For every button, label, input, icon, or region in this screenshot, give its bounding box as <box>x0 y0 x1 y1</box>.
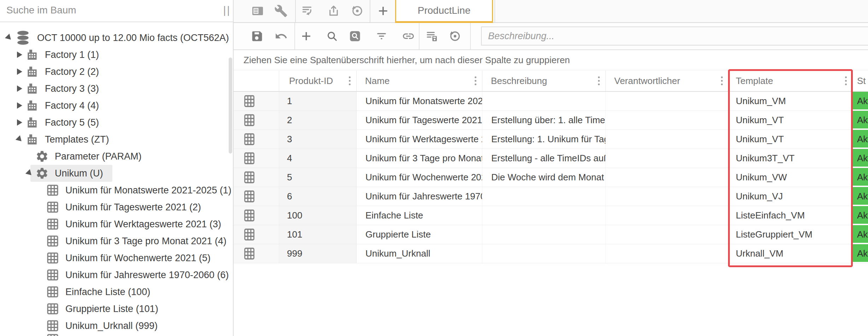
column-header[interactable]: Beschreibung <box>482 71 606 91</box>
cell-status[interactable]: Akt <box>853 149 868 168</box>
tree-item[interactable]: Templates (ZT) <box>0 131 233 148</box>
cell-template[interactable]: ListeEinfach_VM <box>729 206 853 225</box>
column-chooser-icon[interactable] <box>425 30 438 43</box>
cell-name[interactable]: Unikum für Wochenwerte 2021 <box>357 168 482 187</box>
tree-item[interactable]: Unikum (U) <box>0 165 233 182</box>
tab-productline[interactable]: ProductLine <box>395 0 493 23</box>
tree-item-content[interactable]: Einfache Liste (100) <box>41 283 159 300</box>
add-icon[interactable] <box>300 30 313 43</box>
cell-status[interactable]: Akt <box>853 225 868 244</box>
tree-item-content[interactable]: Gruppierte Liste (101) <box>41 300 168 317</box>
cell-name[interactable]: Unikum für Jahreswerte 1970-2… <box>357 187 482 206</box>
cell-verantwortlicher[interactable] <box>606 111 729 130</box>
tree-item-content[interactable] <box>41 334 75 336</box>
tree-item-content[interactable]: Unikum (U) <box>30 165 112 182</box>
cell-status[interactable]: Akt <box>853 206 868 225</box>
column-menu-icon[interactable] <box>598 77 600 85</box>
Einfache Liste[interactable]: 100 Einfache Liste ListeEinfach_VM Akt <box>234 206 868 225</box>
tree-item[interactable]: Unikum_Urknall (999) <box>0 317 233 334</box>
link-icon[interactable] <box>402 30 415 43</box>
Unikum für 3 Tage pro Monat 20…[interactable]: 4 Unikum für 3 Tage pro Monat 20… Erstel… <box>234 149 868 168</box>
cell-verantwortlicher[interactable] <box>606 225 729 244</box>
tree-item[interactable]: Unikum für Werktageswerte 2021 (3) <box>0 216 233 233</box>
panel-splitter-handle[interactable]: || <box>223 4 231 16</box>
Gruppierte Liste[interactable]: 101 Gruppierte Liste ListeGruppiert_VM A… <box>234 225 868 244</box>
tree-item[interactable]: Factory 5 (5) <box>0 114 233 131</box>
description-input[interactable] <box>481 26 868 46</box>
add-tab-icon[interactable] <box>376 4 390 18</box>
cell-beschreibung[interactable]: Erstellung: 1. Unikum für Tages… <box>482 130 606 149</box>
cell-verantwortlicher[interactable] <box>606 92 729 110</box>
column-menu-icon[interactable] <box>349 77 351 85</box>
cell-template[interactable]: Unikum_VJ <box>729 187 853 206</box>
cell-produkt-id[interactable]: 2 <box>279 111 357 130</box>
wrench-icon[interactable] <box>274 4 288 18</box>
cell-status[interactable]: Akt <box>853 187 868 206</box>
tree-item[interactable]: OCT 10000 up to 12.00 Mio facts (OCT562A… <box>0 29 233 46</box>
save-icon[interactable] <box>251 30 264 43</box>
cell-template[interactable]: Unikum_VT <box>729 130 853 149</box>
cell-beschreibung[interactable]: Die Woche wird dem Monat zug… <box>482 168 606 187</box>
cell-verantwortlicher[interactable] <box>606 130 729 149</box>
cell-beschreibung[interactable] <box>482 225 606 244</box>
column-menu-icon[interactable] <box>845 77 847 85</box>
cell-status[interactable]: Akt <box>853 111 868 130</box>
Unikum für Tageswerte 2021[interactable]: 2 Unikum für Tageswerte 2021 Erstellung … <box>234 111 868 130</box>
undo-icon[interactable] <box>275 30 288 43</box>
tree-item[interactable]: Unikum für Tageswerte 2021 (2) <box>0 199 233 216</box>
cell-name[interactable]: Unikum für Monatswerte 2021-2… <box>357 92 482 110</box>
cell-beschreibung[interactable] <box>482 206 606 225</box>
tree-item[interactable]: Einfache Liste (100) <box>0 283 233 300</box>
cell-beschreibung[interactable] <box>482 244 606 263</box>
cell-produkt-id[interactable]: 100 <box>279 206 357 225</box>
cell-template[interactable]: ListeGruppiert_VM <box>729 225 853 244</box>
share-icon[interactable] <box>327 4 340 18</box>
tree-scrollbar-thumb[interactable] <box>229 58 232 154</box>
tree-item-content[interactable]: Factory 4 (4) <box>20 97 108 114</box>
Unikum für Monatswerte 2021-2…[interactable]: 1 Unikum für Monatswerte 2021-2… Unikum_… <box>234 92 868 111</box>
Unikum für Wochenwerte 2021[interactable]: 5 Unikum für Wochenwerte 2021 Die Woche … <box>234 168 868 187</box>
column-header[interactable] <box>234 71 279 91</box>
cell-status[interactable]: Akt <box>853 244 868 263</box>
cell-status[interactable]: Akt <box>853 92 868 110</box>
cell-name[interactable]: Unikum für Werktageswerte 2021 <box>357 130 482 149</box>
cell-status[interactable]: Akt <box>853 168 868 187</box>
cell-verantwortlicher[interactable] <box>606 206 729 225</box>
cell-produkt-id[interactable]: 101 <box>279 225 357 244</box>
Unikum_Urknall[interactable]: 999 Unikum_Urknall Urknall_VM Akt <box>234 244 868 263</box>
tree-search-input[interactable] <box>0 0 215 20</box>
search-icon[interactable] <box>326 30 339 43</box>
cell-produkt-id[interactable]: 999 <box>279 244 357 263</box>
tree-item[interactable]: Unikum für Monatswerte 2021-2025 (1) <box>0 182 233 199</box>
tree-item[interactable]: Factory 1 (1) <box>0 46 233 63</box>
Unikum für Jahreswerte 1970-2…[interactable]: 6 Unikum für Jahreswerte 1970-2… Unikum_… <box>234 187 868 206</box>
tree-item-content[interactable]: Unikum für 3 Tage pro Monat 2021 (4) <box>41 233 233 250</box>
tree-item[interactable]: Unikum für Wochenwerte 2021 (5) <box>0 250 233 266</box>
tree-item-content[interactable]: Unikum für Jahreswerte 1970-2060 (6) <box>41 266 233 283</box>
cell-beschreibung[interactable]: Erstellung - alle TimeIDs außer e… <box>482 149 606 168</box>
tree-item[interactable] <box>0 334 233 336</box>
cell-produkt-id[interactable]: 5 <box>279 168 357 187</box>
tree-item-content[interactable]: OCT 10000 up to 12.00 Mio facts (OCT562A… <box>10 28 233 47</box>
search-panel-icon[interactable] <box>348 30 362 43</box>
cell-template[interactable]: Urknall_VM <box>729 244 853 263</box>
column-header[interactable]: Name <box>357 71 482 91</box>
tree-item[interactable]: Factory 4 (4) <box>0 97 233 114</box>
cell-status[interactable]: Akt <box>853 130 868 149</box>
tree-item[interactable]: Parameter (PARAM) <box>0 148 233 165</box>
nav-panel-icon[interactable] <box>251 4 264 18</box>
revert-icon[interactable] <box>448 30 462 43</box>
tree-item[interactable]: Factory 2 (2) <box>0 63 233 80</box>
filter-icon[interactable] <box>375 30 388 43</box>
tree-item-content[interactable]: Templates (ZT) <box>20 131 118 148</box>
cell-verantwortlicher[interactable] <box>606 149 729 168</box>
cell-produkt-id[interactable]: 3 <box>279 130 357 149</box>
tree-item-content[interactable]: Unikum für Wochenwerte 2021 (5) <box>41 250 220 266</box>
cell-produkt-id[interactable]: 4 <box>279 149 357 168</box>
tree-item-content[interactable]: Factory 3 (3) <box>20 80 108 97</box>
cell-verantwortlicher[interactable] <box>606 244 729 263</box>
column-header[interactable]: Produkt-ID <box>279 71 357 91</box>
tree-item-content[interactable]: Factory 5 (5) <box>20 114 108 131</box>
Unikum für Werktageswerte 2021[interactable]: 3 Unikum für Werktageswerte 2021 Erstell… <box>234 130 868 149</box>
tree-item-content[interactable]: Unikum für Werktageswerte 2021 (3) <box>41 216 230 233</box>
